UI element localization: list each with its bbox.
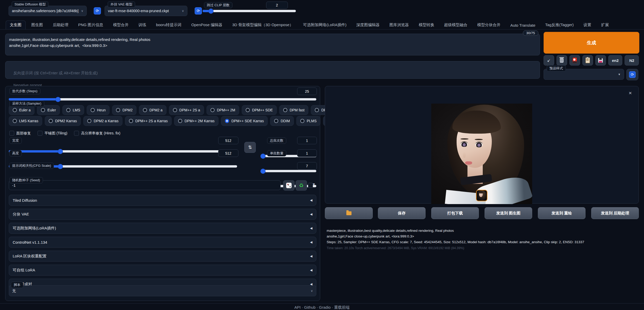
sampler-option[interactable]: DPM2 Karras xyxy=(45,116,81,126)
tab[interactable]: booru转提示词 xyxy=(152,20,186,29)
tab[interactable]: 可选附加网络(LoRA插件) xyxy=(299,20,351,29)
negative-prompt-textarea[interactable]: 反向提示词 (按 Ctrl+Enter 或 Alt+Enter 开始生成) Ne… xyxy=(5,61,540,79)
batch-size-value[interactable]: 1 xyxy=(297,149,317,157)
accordion-header[interactable]: 可选附加网络(LoRA插件) ◀ xyxy=(9,223,316,234)
generate-button[interactable]: 生成 xyxy=(544,32,639,54)
clear-prompt-button[interactable] xyxy=(557,55,567,66)
sampler-option[interactable]: Euler xyxy=(37,105,60,115)
result-action-button[interactable]: 发送到 重绘 xyxy=(538,207,586,219)
footer-links[interactable]: API · Github · Gradio · 重载前端 xyxy=(0,305,644,310)
tab[interactable]: 设置 xyxy=(579,20,595,29)
sampler-option[interactable]: DPM fast xyxy=(279,105,309,115)
script-dropdown[interactable]: 无 ∨ xyxy=(9,285,316,296)
en2-button[interactable]: en2 xyxy=(608,55,623,66)
slider-handle[interactable] xyxy=(58,164,63,169)
checkbox-option[interactable]: 高分辨率修复 (Hires. fix) xyxy=(74,131,120,136)
steps-slider[interactable] xyxy=(9,98,316,100)
tab[interactable]: 模型合并 xyxy=(109,20,133,29)
tab[interactable]: Tag反推(Tagger) xyxy=(541,20,578,29)
swap-dimensions-button[interactable]: ⇅ xyxy=(244,142,256,153)
refresh-model-button[interactable]: ⟳ xyxy=(94,7,101,15)
width-slider[interactable] xyxy=(9,150,237,153)
tab[interactable]: 后期处理 xyxy=(49,20,72,29)
accordion-header[interactable]: LoRA 区块权重配置 ◀ xyxy=(9,251,316,262)
refresh-vae-button[interactable]: ⟳ xyxy=(195,7,202,15)
tab[interactable]: 3D 骨架模型编辑（3D Openpose） xyxy=(228,20,297,29)
sampler-option[interactable]: PLMS xyxy=(296,116,320,126)
accordion-header[interactable]: ControlNet v1.1.134 ◀ xyxy=(9,237,316,248)
checkbox-option[interactable]: 平铺图 (Tiling) xyxy=(38,131,67,136)
tab[interactable]: 训练 xyxy=(134,20,150,29)
seed-input[interactable]: -1 xyxy=(9,180,281,190)
result-action-button[interactable]: 保存 xyxy=(378,207,426,219)
steps-value[interactable]: 25 xyxy=(297,88,317,95)
tab[interactable]: Auto Translate xyxy=(506,21,540,29)
close-icon[interactable]: × xyxy=(626,89,634,97)
sampler-option[interactable]: DPM++ 2S a Karras xyxy=(125,116,172,126)
batch-size-slider[interactable] xyxy=(262,170,316,172)
checkbox-icon xyxy=(38,131,42,136)
radio-icon xyxy=(49,119,53,123)
sampler-option[interactable]: DPM2 a xyxy=(139,105,166,115)
width-value[interactable]: 512 xyxy=(218,137,238,144)
sampler-option[interactable]: Heun xyxy=(87,105,109,115)
prompt-textarea[interactable]: masterpiece, illustration,best quality,d… xyxy=(5,34,540,55)
slider-handle[interactable] xyxy=(58,149,63,154)
checkbox-option[interactable]: 面部修复 xyxy=(9,131,31,136)
cfg-value[interactable]: 7 xyxy=(297,162,317,170)
sampler-option[interactable]: DDIM xyxy=(270,116,294,126)
width-label: 宽度 xyxy=(9,138,22,144)
generated-image[interactable] xyxy=(431,104,532,204)
slider-handle[interactable] xyxy=(56,97,60,102)
sampler-option[interactable]: LMS xyxy=(62,105,84,115)
height-value[interactable]: 512 xyxy=(218,149,238,157)
tab[interactable]: 图库浏览器 xyxy=(385,20,413,29)
seed-extra-toggle[interactable]: ▼ xyxy=(312,182,316,186)
paste-params-button[interactable]: ↙ xyxy=(544,55,554,66)
tab[interactable]: 模型转换 xyxy=(415,20,438,29)
script-label: 脚本 xyxy=(11,282,23,288)
tab[interactable]: 深度图编辑器 xyxy=(352,20,384,29)
accordion-header[interactable]: 可自组 LoRA ◀ xyxy=(9,265,316,276)
random-seed-button[interactable] xyxy=(283,180,295,191)
gallery-thumbnail[interactable] xyxy=(476,190,487,201)
tab[interactable]: PNG 图片信息 xyxy=(74,20,107,29)
open-folder-button[interactable] xyxy=(325,207,373,219)
accordion-arrow-icon: ◀ xyxy=(310,268,312,272)
sampler-option[interactable]: DPM2 a Karras xyxy=(83,116,122,126)
clip-skip-value[interactable]: 2 xyxy=(266,2,288,9)
radio-icon xyxy=(300,119,304,123)
tab[interactable]: 扩展 xyxy=(597,20,613,29)
result-action-button[interactable]: 打包下载 xyxy=(431,207,479,219)
sampler-option[interactable]: DPM++ 2M xyxy=(207,105,239,115)
batch-count-value[interactable]: 1 xyxy=(297,137,317,144)
result-action-button[interactable]: 发送到 后期处理 xyxy=(591,207,639,219)
slider-handle[interactable] xyxy=(209,9,213,13)
checkbox-icon xyxy=(9,131,14,136)
sampler-option[interactable]: LMS Karras xyxy=(9,116,42,126)
n2-button[interactable]: N2 xyxy=(625,55,639,66)
accordion-header[interactable]: 分块 VAE ◀ xyxy=(9,209,316,220)
tab[interactable]: 模型分块合并 xyxy=(473,20,505,29)
tab[interactable]: 图生图 xyxy=(27,20,47,29)
save-style-button[interactable] xyxy=(595,55,606,66)
sampler-option[interactable]: Euler a xyxy=(9,105,34,115)
tab[interactable]: 文生图 xyxy=(6,20,26,29)
accordion-header[interactable]: Tiled Diffusion ◀ xyxy=(9,195,316,206)
sampler-option[interactable]: DPM++ 2S a xyxy=(169,105,204,115)
refresh-styles-button[interactable]: ⟳ xyxy=(626,69,638,80)
tab[interactable]: 超级模型融合 xyxy=(440,20,472,29)
clip-skip-slider[interactable] xyxy=(203,10,296,12)
tab[interactable]: OpenPose 编辑器 xyxy=(187,20,226,29)
sampler-option[interactable]: DPM++ SDE Karras xyxy=(221,116,268,126)
result-action-button[interactable]: 发送到 图生图 xyxy=(485,207,532,219)
slider-handle[interactable] xyxy=(261,154,265,158)
slider-handle[interactable] xyxy=(261,169,265,174)
sampler-option[interactable]: DPM++ SDE xyxy=(242,105,277,115)
apply-style-button[interactable] xyxy=(582,55,593,66)
sampler-option[interactable]: DPM2 xyxy=(112,105,136,115)
performance-line: Time taken: 20.10s Torch active/reserved… xyxy=(327,246,637,251)
extra-networks-button[interactable] xyxy=(569,55,580,66)
sampler-option[interactable]: DPM++ 2M Karras xyxy=(174,116,218,126)
reuse-seed-button[interactable]: ♻ xyxy=(296,180,307,191)
